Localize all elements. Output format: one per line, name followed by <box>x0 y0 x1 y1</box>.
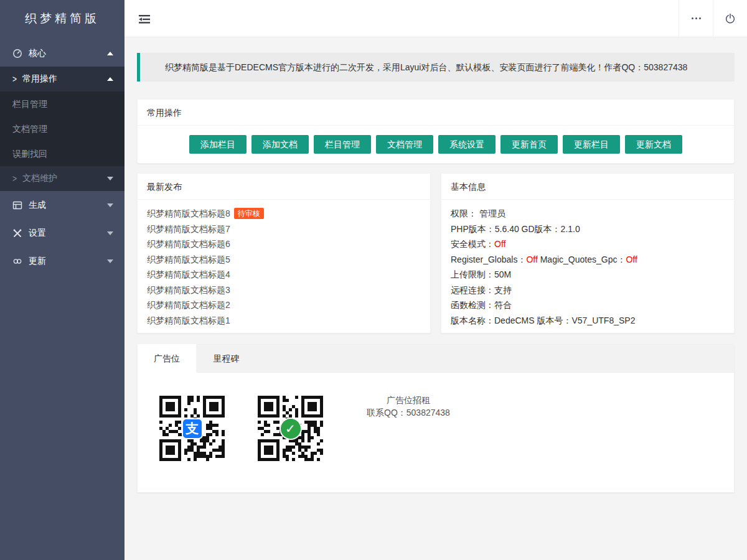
update-document-button[interactable]: 更新文档 <box>625 135 682 154</box>
logout-button[interactable] <box>713 0 747 37</box>
sidebar-group-generate[interactable]: 生成 <box>0 191 125 219</box>
sidebar-group-core[interactable]: 核心 <box>0 40 125 67</box>
chevron-right-icon <box>12 174 17 184</box>
main-area: 织梦精简版是基于DEDECMS官方版本进行的二次开发，采用Layui对后台、默认… <box>125 0 747 560</box>
more-icon <box>692 17 701 19</box>
tools-icon <box>12 228 22 238</box>
info-line-safe-mode: 安全模式：Off <box>451 236 725 252</box>
quick-actions-title: 常用操作 <box>138 100 734 126</box>
sidebar-subgroup-doc-maintain[interactable]: 文档维护 <box>0 166 125 191</box>
caret-down-icon <box>107 203 113 207</box>
sidebar-item-document-manage[interactable]: 文档管理 <box>0 116 125 141</box>
dashboard-row: 最新发布 织梦精简版文档标题8待审核 织梦精简版文档标题7 织梦精简版文档标题6… <box>137 173 735 334</box>
power-icon <box>725 13 736 24</box>
quick-actions-card: 常用操作 添加栏目 添加文档 栏目管理 文档管理 系统设置 更新首页 更新栏目 … <box>137 99 735 164</box>
list-item[interactable]: 织梦精简版文档标题1 <box>147 313 421 329</box>
info-line-functions: 函数检测：符合 <box>451 297 725 313</box>
add-column-button[interactable]: 添加栏目 <box>189 135 247 154</box>
sidebar-group-update-label: 更新 <box>29 256 46 267</box>
update-home-button[interactable]: 更新首页 <box>500 135 558 154</box>
document-manage-button[interactable]: 文档管理 <box>376 135 433 154</box>
caret-down-icon <box>107 177 113 180</box>
sidebar-subgroup-common-ops-label: 常用操作 <box>22 73 57 85</box>
ads-tab-body: 支 ✓ 广告位招租 联系QQ：503827438 <box>138 373 734 492</box>
header-actions <box>679 0 747 37</box>
sidebar-nav: 核心 常用操作 栏目管理 文档管理 误删找回 文档维护 生成 <box>0 40 125 275</box>
list-item[interactable]: 织梦精简版文档标题3 <box>147 282 421 298</box>
link-icon <box>12 256 22 266</box>
sidebar-item-column-manage[interactable]: 栏目管理 <box>0 91 125 116</box>
ad-caption-line1: 广告位招租 <box>367 394 450 406</box>
sidebar-core-panel: 常用操作 栏目管理 文档管理 误删找回 文档维护 <box>0 67 125 191</box>
tab-milestone[interactable]: 里程碑 <box>197 345 256 373</box>
info-line-globals: Register_Globals：Off Magic_Quotes_Gpc：Of… <box>451 252 725 268</box>
list-item[interactable]: 织梦精简版文档标题8待审核 <box>147 206 421 222</box>
tab-ad-slot[interactable]: 广告位 <box>138 344 197 373</box>
sidebar-group-core-label: 核心 <box>29 48 46 59</box>
add-document-button[interactable]: 添加文档 <box>251 135 309 154</box>
basic-info-card: 基本信息 权限： 管理员 PHP版本：5.6.40 GD版本：2.1.0 安全模… <box>441 173 735 334</box>
sidebar-subgroup-common-ops[interactable]: 常用操作 <box>0 67 125 91</box>
latest-posts-list: 织梦精简版文档标题8待审核 织梦精简版文档标题7 织梦精简版文档标题6 织梦精简… <box>138 200 430 334</box>
page-content: 织梦精简版是基于DEDECMS官方版本进行的二次开发，采用Layui对后台、默认… <box>125 37 747 560</box>
info-line-upload-limit: 上传限制：50M <box>451 267 725 282</box>
caret-down-icon <box>107 259 113 263</box>
notice-banner: 织梦精简版是基于DEDECMS官方版本进行的二次开发，采用Layui对后台、默认… <box>137 53 735 82</box>
sidebar-group-update[interactable]: 更新 <box>0 247 125 275</box>
basic-info-body: 权限： 管理员 PHP版本：5.6.40 GD版本：2.1.0 安全模式：Off… <box>441 200 734 334</box>
pending-review-badge: 待审核 <box>234 208 264 219</box>
template-icon <box>12 200 22 210</box>
ad-caption-line2: 联系QQ：503827438 <box>367 406 450 419</box>
gauge-icon <box>12 49 22 58</box>
sidebar-group-settings[interactable]: 设置 <box>0 219 125 247</box>
top-header <box>125 0 747 37</box>
list-item[interactable]: 织梦精简版文档标题4 <box>147 267 421 282</box>
info-line-remote: 远程连接：支持 <box>451 282 725 298</box>
list-item[interactable]: 织梦精简版文档标题7 <box>147 222 421 237</box>
latest-posts-title: 最新发布 <box>138 174 430 200</box>
doc-title: 织梦精简版文档标题8 <box>147 208 230 218</box>
info-line-php-gd: PHP版本：5.6.40 GD版本：2.1.0 <box>451 222 725 237</box>
ads-tab-card: 广告位 里程碑 支 ✓ 广告位招租 联系QQ：503827438 <box>137 344 735 493</box>
info-line-version: 版本名称：DedeCMS 版本号：V57_UTF8_SP2 <box>451 313 725 329</box>
collapse-sidebar-icon <box>138 14 151 24</box>
list-item[interactable]: 织梦精简版文档标题5 <box>147 252 421 268</box>
alipay-logo-icon: 支 <box>182 418 203 439</box>
list-item[interactable]: 织梦精简版文档标题6 <box>147 236 421 252</box>
sidebar-group-settings-label: 设置 <box>29 228 46 239</box>
wechat-qr: ✓ <box>255 393 326 464</box>
sidebar: 织梦精简版 核心 常用操作 栏目管理 文档管理 误删找回 文档维护 <box>0 0 125 560</box>
wechat-logo-icon: ✓ <box>280 418 302 440</box>
caret-up-icon <box>107 77 113 81</box>
more-button[interactable] <box>679 0 713 37</box>
update-column-button[interactable]: 更新栏目 <box>563 135 620 154</box>
chevron-right-icon <box>12 74 17 84</box>
sidebar-item-recycle-restore[interactable]: 误删找回 <box>0 141 125 166</box>
sidebar-group-generate-label: 生成 <box>29 200 46 211</box>
quick-actions-body: 添加栏目 添加文档 栏目管理 文档管理 系统设置 更新首页 更新栏目 更新文档 <box>138 126 734 163</box>
list-item[interactable]: 织梦精简版文档标题2 <box>147 297 421 313</box>
caret-down-icon <box>107 231 113 235</box>
collapse-sidebar-button[interactable] <box>125 0 164 37</box>
info-line-permission: 权限： 管理员 <box>451 206 725 222</box>
ad-caption: 广告位招租 联系QQ：503827438 <box>367 393 450 419</box>
sidebar-subgroup-doc-maintain-label: 文档维护 <box>22 173 57 184</box>
basic-info-title: 基本信息 <box>441 174 734 200</box>
system-settings-button[interactable]: 系统设置 <box>438 135 496 154</box>
tab-bar: 广告位 里程碑 <box>138 345 734 373</box>
alipay-qr: 支 <box>156 393 228 464</box>
caret-up-icon <box>107 52 113 55</box>
latest-posts-card: 最新发布 织梦精简版文档标题8待审核 织梦精简版文档标题7 织梦精简版文档标题6… <box>137 173 431 334</box>
app-logo: 织梦精简版 <box>0 0 125 37</box>
column-manage-button[interactable]: 栏目管理 <box>314 135 371 154</box>
